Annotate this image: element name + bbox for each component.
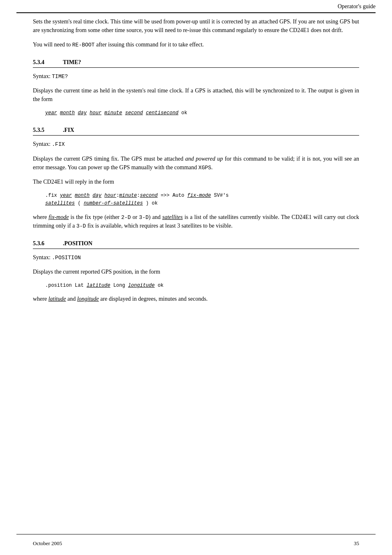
- section-536-code: .position Lat latitude Long longitude ok: [45, 282, 359, 290]
- section-535-title: .FIX: [63, 127, 74, 134]
- fix-sp1: [72, 193, 75, 198]
- fix-day: day: [92, 193, 101, 198]
- fix-second: second: [140, 193, 158, 198]
- code-ok1: ok: [181, 110, 187, 116]
- fix-colon1: :: [116, 193, 119, 198]
- intro-para2-prefix: You will need to: [33, 41, 72, 48]
- pos-latitude: latitude: [87, 283, 111, 288]
- section-535-syntax: Syntax: .FIX: [33, 140, 359, 149]
- code-minute: minute: [104, 110, 122, 116]
- fix-minute: minute: [119, 193, 137, 198]
- header-title: Operator's guide: [338, 3, 376, 10]
- fix-paren2: ) ok: [143, 200, 158, 206]
- fix-num-sats: number-of-satellites: [84, 200, 143, 206]
- pos-lat-ref: latitude: [48, 296, 66, 302]
- section-535-code: .fix year month day hour:minute:second =…: [45, 192, 359, 207]
- intro-para2: You will need to RE-BOOT after issuing t…: [33, 40, 359, 49]
- fix-prefix: .fix: [45, 193, 60, 198]
- tail-2d: 2-D: [121, 214, 131, 221]
- fix-arrow: =>> Auto: [158, 193, 187, 198]
- pos-ok: ok: [154, 283, 164, 288]
- code-second: second: [125, 110, 143, 116]
- fix-hour: hour: [104, 193, 116, 198]
- pos-longitude: longitude: [128, 283, 155, 288]
- syntax-value-fix: .FIX: [52, 141, 65, 147]
- section-536-number: 5.3.6: [33, 240, 55, 247]
- tail-satellites: satellites: [162, 214, 183, 220]
- section-536-tail: where latitude and longitude are display…: [33, 295, 359, 303]
- syntax-value-time: TIME?: [52, 74, 68, 80]
- section-536-syntax: Syntax: .POSITION: [33, 253, 359, 262]
- tail-3d2: 3-D: [76, 223, 86, 229]
- fix-mode: fix-mode: [187, 193, 211, 198]
- section-535-number: 5.3.5: [33, 127, 55, 134]
- section-535-body1: Displays the current GPS timing fix. The…: [33, 154, 359, 172]
- section-536-body-intro: Displays the current reported GPS positi…: [33, 267, 359, 276]
- section-534-code: year month day hour minute second centis…: [45, 109, 359, 117]
- code-month: month: [60, 110, 75, 116]
- fix-satellites: satellites: [45, 200, 75, 206]
- intro-para2-suffix: after issuing this command for it to tak…: [95, 41, 204, 48]
- section-536-heading: 5.3.6 .POSITION: [33, 240, 359, 249]
- section-534-title: TIME?: [63, 59, 81, 66]
- pos-prefix: .position Lat: [45, 283, 87, 288]
- section-534-body: Displays the current time as held in the…: [33, 86, 359, 104]
- section-534-heading: 5.3.4 TIME?: [33, 59, 359, 68]
- code-centisecond: centisecond: [146, 110, 178, 116]
- code-hour: hour: [90, 110, 101, 116]
- fix-month: month: [75, 193, 90, 198]
- section-535-body2: The CD24E1 will reply in the form: [33, 177, 359, 186]
- main-content: Sets the system's real time clock. This …: [0, 13, 392, 342]
- page: Operator's guide Sets the system's real …: [0, 0, 392, 555]
- fix-year: year: [60, 193, 72, 198]
- code-day: day: [78, 110, 87, 116]
- section-534-syntax: Syntax: TIME?: [33, 72, 359, 81]
- footer-page-number: 35: [354, 540, 359, 547]
- section-536-title: .POSITION: [63, 240, 92, 247]
- pos-lon-ref: longitude: [77, 296, 99, 302]
- syntax-label-fix: Syntax:: [33, 141, 52, 147]
- syntax-label: Syntax:: [33, 73, 52, 79]
- syntax-label-position: Syntax:: [33, 254, 52, 260]
- footer-date: October 2005: [33, 540, 62, 547]
- intro-para2-mono: RE-BOOT: [72, 42, 95, 48]
- fix-code-line1: .fix year month day hour:minute:second =…: [45, 192, 359, 200]
- section-534-number: 5.3.4: [33, 59, 55, 66]
- fix-code-line2: satellites ( number-of-satellites ) ok: [45, 200, 359, 207]
- and-powered-up: and powered up: [185, 156, 223, 162]
- footer: October 2005 35: [33, 540, 359, 547]
- xgps-mono: XGPS: [198, 165, 211, 171]
- fix-colon2: :: [137, 193, 140, 198]
- tail-fixmode: fix-mode: [48, 214, 69, 220]
- syntax-value-position: .POSITION: [52, 255, 81, 261]
- header-bar: Operator's guide: [0, 0, 392, 12]
- pos-long: Long: [110, 283, 128, 288]
- intro-para1: Sets the system's real time clock. This …: [33, 17, 359, 35]
- fix-paren1: (: [75, 200, 84, 206]
- section-535-tail: where fix-mode is the fix type (either 2…: [33, 213, 359, 230]
- fix-svs: SV#'s: [211, 193, 228, 198]
- footer-rule: [16, 534, 376, 534]
- section-535-heading: 5.3.5 .FIX: [33, 127, 359, 136]
- tail-3d: 3-D: [139, 214, 148, 221]
- fix-sp3: [101, 193, 104, 198]
- code-year: year: [45, 110, 57, 116]
